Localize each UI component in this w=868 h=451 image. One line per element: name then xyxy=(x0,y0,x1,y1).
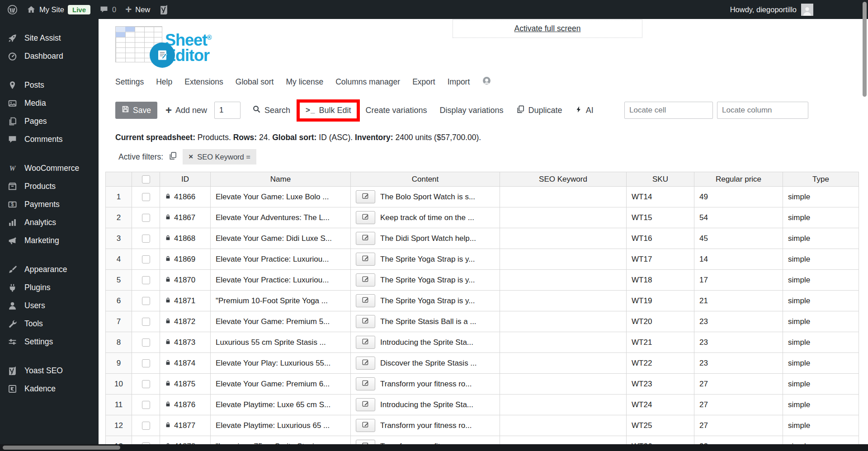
cell-content[interactable]: The Didi Sport Watch help... xyxy=(351,228,500,249)
row-checkbox[interactable] xyxy=(142,276,150,284)
column-header-regular-price[interactable]: Regular price xyxy=(694,172,783,187)
add-new-button[interactable]: + Add new xyxy=(165,105,207,116)
cell-type[interactable]: simple xyxy=(783,395,859,415)
remove-filter-icon[interactable]: × xyxy=(189,152,193,161)
column-header-type[interactable]: Type xyxy=(783,172,859,187)
duplicate-button[interactable]: Duplicate xyxy=(516,105,562,116)
cell-seo-keyword[interactable] xyxy=(500,291,627,311)
sidebar-item-dashboard[interactable]: Dashboard xyxy=(0,47,99,65)
menu-item-help[interactable]: Help xyxy=(156,77,172,87)
cell-id[interactable]: 41871 xyxy=(160,291,211,311)
cell-regular-price[interactable]: 54 xyxy=(694,207,783,228)
search-button[interactable]: Search xyxy=(252,105,290,116)
sidebar-item-appearance[interactable]: Appearance xyxy=(0,260,99,278)
menu-item-settings[interactable]: Settings xyxy=(115,77,144,87)
row-checkbox[interactable] xyxy=(142,214,150,222)
cell-content[interactable]: Discover the Sprite Stasis ... xyxy=(351,353,500,374)
new-button[interactable]: + New xyxy=(125,4,150,15)
cell-seo-keyword[interactable] xyxy=(500,228,627,249)
cell-id[interactable]: 41872 xyxy=(160,311,211,332)
cell-name[interactable]: Elevate Your Game: Premium 5... xyxy=(211,311,351,332)
row-number[interactable]: 4 xyxy=(106,249,132,270)
row-checkbox[interactable] xyxy=(142,193,150,201)
cell-sku[interactable]: WT14 xyxy=(627,187,694,207)
cell-name[interactable]: Elevate Playtime: Luxe 65 cm S... xyxy=(211,395,351,415)
cell-content[interactable]: The Sprite Yoga Strap is y... xyxy=(351,270,500,291)
cell-type[interactable]: simple xyxy=(783,249,859,270)
cell-regular-price[interactable]: 49 xyxy=(694,187,783,207)
edit-content-button[interactable] xyxy=(356,336,375,349)
cell-type[interactable]: simple xyxy=(783,187,859,207)
cell-type[interactable]: simple xyxy=(783,332,859,353)
cell-id[interactable]: 41870 xyxy=(160,270,211,291)
select-all-checkbox[interactable] xyxy=(142,175,150,183)
cell-type[interactable]: simple xyxy=(783,415,859,436)
cell-seo-keyword[interactable] xyxy=(500,353,627,374)
cell-sku[interactable]: WT17 xyxy=(627,249,694,270)
cell-sku[interactable]: WT21 xyxy=(627,332,694,353)
cell-type[interactable]: simple xyxy=(783,374,859,395)
column-header-seo-keyword[interactable]: SEO Keyword xyxy=(500,172,627,187)
sidebar-item-payments[interactable]: $Payments xyxy=(0,195,99,213)
cell-regular-price[interactable]: 23 xyxy=(694,311,783,332)
cell-regular-price[interactable]: 21 xyxy=(694,291,783,311)
cell-id[interactable]: 41869 xyxy=(160,249,211,270)
sidebar-item-posts[interactable]: Posts xyxy=(0,76,99,94)
cell-sku[interactable]: WT25 xyxy=(627,415,694,436)
cell-id[interactable]: 41875 xyxy=(160,374,211,395)
ai-button[interactable]: AI xyxy=(575,105,594,116)
sidebar-item-site-assist[interactable]: Site Assist xyxy=(0,29,99,47)
activate-full-screen-link[interactable]: Activate full screen xyxy=(514,24,581,33)
cell-seo-keyword[interactable] xyxy=(500,187,627,207)
edit-content-button[interactable] xyxy=(356,398,375,411)
cell-sku[interactable]: WT20 xyxy=(627,311,694,332)
row-number[interactable]: 6 xyxy=(106,291,132,311)
sidebar-item-woocommerce[interactable]: WWooCommerce xyxy=(0,159,99,177)
cell-name[interactable]: Elevate Playtime: Luxurious 65 ... xyxy=(211,415,351,436)
cell-regular-price[interactable]: 23 xyxy=(694,332,783,353)
row-number[interactable]: 9 xyxy=(106,353,132,374)
edit-content-button[interactable] xyxy=(356,357,375,370)
cell-regular-price[interactable]: 17 xyxy=(694,270,783,291)
cell-regular-price[interactable]: 27 xyxy=(694,415,783,436)
sidebar-item-kadence[interactable]: Kadence xyxy=(0,380,99,398)
my-site-button[interactable]: My Site Live xyxy=(27,5,90,14)
cell-seo-keyword[interactable] xyxy=(500,270,627,291)
cell-seo-keyword[interactable] xyxy=(500,415,627,436)
cell-name[interactable]: Elevate Your Practice: Luxuriou... xyxy=(211,270,351,291)
cell-sku[interactable]: WT16 xyxy=(627,228,694,249)
create-variations-button[interactable]: Create variations xyxy=(365,106,427,115)
yoast-menu-button[interactable] xyxy=(159,5,169,15)
support-icon[interactable] xyxy=(482,76,491,88)
cell-id[interactable]: 41868 xyxy=(160,228,211,249)
sidebar-item-tools[interactable]: Tools xyxy=(0,315,99,333)
row-number[interactable]: 5 xyxy=(106,270,132,291)
cell-regular-price[interactable]: 45 xyxy=(694,228,783,249)
horizontal-scrollbar-handle[interactable] xyxy=(3,446,120,450)
row-number[interactable]: 11 xyxy=(106,395,132,415)
row-checkbox[interactable] xyxy=(142,235,150,243)
menu-item-columns-manager[interactable]: Columns manager xyxy=(335,77,400,87)
cell-seo-keyword[interactable] xyxy=(500,311,627,332)
menu-item-export[interactable]: Export xyxy=(412,77,435,87)
sidebar-item-yoast-seo[interactable]: Yoast SEO xyxy=(0,362,99,380)
filter-chip[interactable]: ×SEO Keyword = xyxy=(183,149,256,164)
menu-item-global-sort[interactable]: Global sort xyxy=(236,77,274,87)
locate-cell-input[interactable] xyxy=(624,102,713,119)
add-count-input[interactable] xyxy=(214,102,241,119)
row-number[interactable]: 8 xyxy=(106,332,132,353)
sidebar-item-products[interactable]: Products xyxy=(0,177,99,195)
edit-content-button[interactable] xyxy=(356,377,375,390)
row-number[interactable]: 10 xyxy=(106,374,132,395)
cell-id[interactable]: 41877 xyxy=(160,415,211,436)
cell-id[interactable]: 41866 xyxy=(160,187,211,207)
cell-content[interactable]: Introducing the Sprite Sta... xyxy=(351,395,500,415)
sidebar-item-pages[interactable]: Pages xyxy=(0,112,99,130)
cell-regular-price[interactable]: 27 xyxy=(694,374,783,395)
vertical-scrollbar-handle[interactable] xyxy=(863,2,867,97)
row-checkbox[interactable] xyxy=(142,318,150,326)
sidebar-item-users[interactable]: Users xyxy=(0,296,99,315)
sidebar-item-media[interactable]: Media xyxy=(0,94,99,112)
cell-type[interactable]: simple xyxy=(783,291,859,311)
menu-item-extensions[interactable]: Extensions xyxy=(184,77,223,87)
